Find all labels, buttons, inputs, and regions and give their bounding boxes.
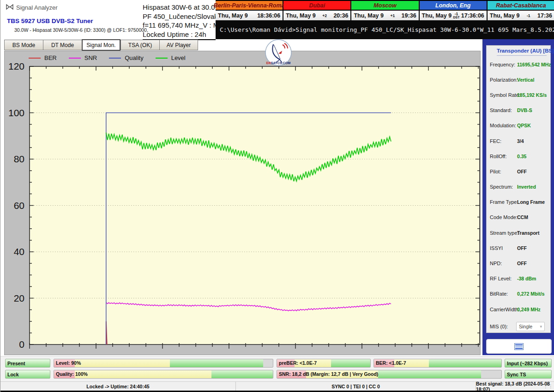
transponder-field: Pilot: OFF xyxy=(487,164,550,179)
legend-label: BER xyxy=(44,54,57,61)
transponder-panel: Transponder (AU) [BS] Frequency: 11695,5… xyxy=(486,45,551,333)
clock-time-row: Thu, May 9 +2 20:36 xyxy=(283,11,350,20)
field-label: Spectrum: xyxy=(490,184,513,190)
transponder-field: RF Level: -38 dBm xyxy=(487,271,550,286)
transponder-sidebar: Transponder (AU) [BS] Frequency: 11695,5… xyxy=(482,39,554,355)
legend-item: Level xyxy=(156,54,186,61)
clock-time-row: Thu, May 9 -1 17:36 xyxy=(488,11,554,20)
seg-green xyxy=(211,370,273,378)
spectrum-icon xyxy=(514,343,524,350)
legend-item: SNR xyxy=(69,54,97,61)
field-value: Transport xyxy=(517,230,539,236)
field-value: DVB-S xyxy=(517,107,532,113)
legend-item: Quality xyxy=(109,54,143,61)
clock-time-row: Thu, May 9 18:36:06 xyxy=(216,11,283,20)
seg-yellow xyxy=(75,359,170,367)
chart-legend: BERSNRQualityLevel xyxy=(29,54,198,61)
progress-bar: SNR: 18,2 dB (Margin: 12,7 dB | Very Goo… xyxy=(277,370,502,379)
spectrum-tool-button[interactable] xyxy=(486,339,552,354)
field-value: -38 dBm xyxy=(517,276,536,281)
field-label: NPD: xyxy=(490,261,502,266)
legend-line xyxy=(109,58,121,59)
statusbar-uptime: Locked -> Uptime: 24:40:45 xyxy=(0,382,236,391)
field-value: OFF xyxy=(517,169,527,174)
field-value: 3/4 xyxy=(517,138,524,144)
seg-green xyxy=(331,359,370,367)
field-value: QPSK xyxy=(517,123,531,128)
clock-cell: London, Eng Thu, May 9 -1 DST 17:36:06 xyxy=(420,1,488,20)
tab-label: Signal Mon. xyxy=(86,42,115,48)
seg-yellow xyxy=(75,370,211,378)
field-label: Standard: xyxy=(490,107,512,113)
signal-chart: 020406080100120 xyxy=(5,51,480,355)
mode-tab[interactable]: BS Mode xyxy=(4,40,43,50)
console-window: C:\Users\Roman Dávid>Signal monitoring_P… xyxy=(216,20,554,39)
clock-city-label: Moscow xyxy=(351,1,418,11)
mode-tab[interactable]: AV Player xyxy=(159,40,198,50)
field-label: Frequency: xyxy=(490,62,515,67)
chevron-down-icon: ▾ xyxy=(540,324,542,329)
mode-tab[interactable]: DT Mode xyxy=(43,40,82,50)
transponder-field: CarrierWidth: 0,249 MHz xyxy=(487,302,550,317)
clock-cell: Moscow Thu, May 9 +1 19:36 xyxy=(351,1,419,20)
clock-utc-offset: -1 DST xyxy=(453,12,459,19)
clock-utc-offset: -1 xyxy=(527,14,530,18)
field-label: Symbol Rate: xyxy=(490,92,520,98)
field-label: Stream type: xyxy=(490,230,518,236)
clock-date: Thu, May 9 xyxy=(218,12,248,19)
transponder-field: NPD: OFF xyxy=(487,255,550,271)
clock-cell: Berlin-Paris-Vienna-Roma Thu, May 9 18:3… xyxy=(216,1,283,20)
field-label: Frame Type: xyxy=(490,199,518,205)
mis-row: MIS (0): Single ▾ xyxy=(487,320,550,333)
signal-status-strip: PresentLevel: 90%preBER: <1.0E-7BER: <1.… xyxy=(0,356,554,382)
field-label: FEC: xyxy=(490,138,501,144)
field-label: RollOff: xyxy=(490,154,506,159)
status-box: Lock xyxy=(5,370,50,379)
clock-city-label: London, Eng xyxy=(420,1,487,11)
annotation-line: Locked Uptime : 24h xyxy=(143,30,216,39)
transponder-field: Standard: DVB-S xyxy=(487,103,550,118)
tab-label: AV Player xyxy=(167,42,191,48)
clock-date: Thu, May 9 xyxy=(490,12,520,19)
window-title: Signal Analyzer xyxy=(16,4,58,11)
signal-chart-panel: BERSNRQualityLevel 020406080100120 xyxy=(4,51,481,355)
tab-label: BS Mode xyxy=(12,42,35,48)
legend-line xyxy=(29,58,41,59)
field-label: ISSYI xyxy=(490,245,503,251)
transponder-field: Modulation: QPSK xyxy=(487,118,550,133)
mode-tab[interactable]: TSA (OK) xyxy=(120,40,159,50)
clock-city-label: Dubai xyxy=(283,1,350,11)
mode-tabs: BS Mode DT Mode Signal Mon. TSA (OK) AV … xyxy=(4,40,198,51)
field-label: RF Level: xyxy=(490,276,512,281)
progress-bar: Quality: 100% xyxy=(54,370,273,379)
annotation-line: Hispasat 30W-6 at 30.0°W xyxy=(143,3,216,12)
app-logo-icon xyxy=(6,3,13,11)
svg-text:DXSATCS.COM: DXSATCS.COM xyxy=(266,61,291,65)
field-value: 0,249 MHz xyxy=(517,307,541,312)
clock-date: Thu, May 9 xyxy=(354,12,384,19)
tuner-name: TBS 5927 USB DVB-S2 Tuner xyxy=(7,18,93,24)
legend-label: Quality xyxy=(125,54,143,61)
progress-label: BER: <1.0E-7 xyxy=(376,359,406,367)
transponder-field: Code Mode: CCM xyxy=(487,210,550,225)
transponder-fields: Frequency: 11695,542 MHz Polarization: V… xyxy=(487,57,550,317)
clock-utc-offset: +2 xyxy=(322,14,327,18)
status-box: Input (~282 Kbps) xyxy=(505,359,552,368)
clock-date: Thu, May 9 xyxy=(286,12,316,19)
transponder-field: Frame Type: Long Frame xyxy=(487,195,550,210)
field-value: 0,272 Mbit/s xyxy=(517,291,545,297)
svg-text:0: 0 xyxy=(19,339,24,350)
field-label: Modulation: xyxy=(490,123,516,128)
tab-label: TSA (OK) xyxy=(128,42,152,48)
annotation-line: f=11 695,740 MHz_V : Mars xyxy=(143,21,216,30)
seg-green xyxy=(429,359,501,367)
field-value: OFF xyxy=(517,261,527,266)
clock-time: 20:36 xyxy=(333,12,348,19)
progress-bar: BER: <1.0E-7 xyxy=(373,359,502,368)
mode-tab[interactable]: Signal Mon. xyxy=(82,39,120,51)
mis-dropdown[interactable]: Single ▾ xyxy=(516,322,545,331)
field-value: 0.35 xyxy=(517,154,526,159)
resize-grip: ⋮⋮ xyxy=(543,384,554,389)
transponder-field: ISSYI OFF xyxy=(487,240,550,255)
clock-cell: Rabat-Casablanca Thu, May 9 -1 17:36 xyxy=(488,1,554,20)
